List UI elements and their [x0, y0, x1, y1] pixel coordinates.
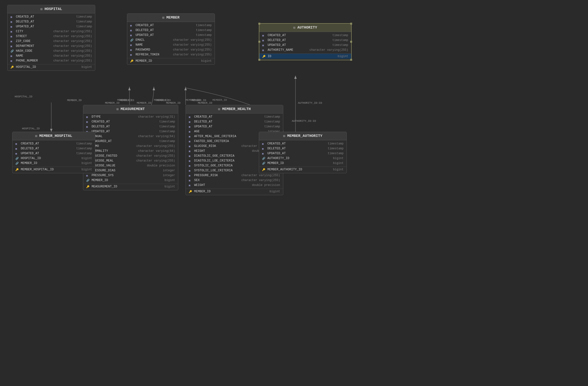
- field-type: timestamp: [264, 120, 280, 123]
- field-type: timestamp: [196, 33, 212, 37]
- col-icon: ▣: [262, 44, 266, 47]
- table-row: ▣ NAME character varying(255): [127, 42, 215, 47]
- col-icon: ▣: [10, 20, 14, 23]
- pk-icon: 🔑: [262, 168, 266, 171]
- measurement-table-body: ▣ DTYPE character varying(31) ▣ CREATED_…: [83, 114, 178, 190]
- col-icon: ▣: [130, 43, 134, 47]
- field-type: bigint: [82, 168, 92, 171]
- rel-label-hospital-id: HOSPITAL_ID: [15, 95, 32, 98]
- table-row: ▣ CREATED_AT timestamp: [12, 141, 95, 146]
- table-row: ▣ DELETED_AT timestamp: [83, 124, 178, 129]
- col-icon: ▣: [189, 174, 193, 177]
- field-type: bigint: [338, 55, 348, 58]
- field-name: HOSPITAL_ID: [21, 157, 80, 160]
- field-type: timestamp: [196, 24, 212, 27]
- table-row: ▣ PRESSURE_RISK character varying(255): [186, 173, 283, 178]
- table-row: ▣ MEASURED_AT timestamp: [83, 139, 178, 144]
- field-type: character varying(255): [173, 48, 212, 52]
- field-name: MEMBER_HOSPITAL_ID: [21, 168, 80, 171]
- table-row: 🔑 MEASUREMENT_ID bigint: [83, 184, 178, 189]
- col-icon: ▣: [15, 147, 19, 150]
- col-icon: ▣: [130, 53, 134, 56]
- table-row: ▣ CREATED_AT timestamp: [186, 115, 283, 119]
- field-type: character varying(64): [138, 149, 175, 153]
- member-authority-table-body: ▣ CREATED_AT timestamp ▣ DELETED_AT time…: [259, 140, 346, 173]
- table-row: ▣ GLUCOSE_MEAL character varying(255): [83, 158, 178, 163]
- table-row: ▣ PASSWORD character varying(255): [127, 47, 215, 52]
- field-type: bigint: [201, 59, 212, 63]
- col-icon: ▣: [189, 120, 193, 123]
- field-name: NORMALITY: [92, 149, 137, 153]
- col-icon: ▣: [86, 174, 90, 177]
- field-name: GLUCOSE_MEAL: [92, 159, 135, 162]
- measurement-table: ⊞ MEASUREMENT ▣ DTYPE character varying(…: [83, 105, 178, 190]
- field-name: DIASTOLIC_LOE_CRITERIA: [194, 159, 266, 162]
- field-name: MEASURED_AT: [92, 139, 158, 143]
- field-type: character varying(255): [310, 48, 348, 52]
- field-type: character varying(255): [136, 144, 175, 148]
- field-type: timestamp: [76, 147, 92, 150]
- col-icon: ▣: [86, 125, 90, 128]
- svg-marker-5: [128, 87, 131, 90]
- fk-icon: 🔗: [130, 39, 134, 42]
- table-row: ▣ UPDATED_AT timestamp: [83, 129, 178, 134]
- col-icon: ▣: [130, 29, 134, 32]
- field-name: DELETED_AT: [268, 39, 331, 42]
- member-hospital-table-header: ⊞ MEMBER_HOSPITAL: [12, 132, 95, 140]
- table-row: 🔗 AUTHORITY_ID bigint: [259, 156, 346, 161]
- field-type: timestamp: [76, 20, 92, 23]
- field-type: timestamp: [264, 125, 280, 128]
- field-type: character varying(255): [53, 35, 92, 38]
- authority-table-title: AUTHORITY: [297, 26, 317, 30]
- field-type: integer: [163, 174, 175, 177]
- table-row: ▣ UPDATED_AT timestamp: [12, 151, 95, 156]
- member-authority-table-header: ⊞ MEMBER_AUTHORITY: [259, 132, 346, 140]
- field-name: DTYPE: [92, 115, 137, 118]
- table-row: 🔗 MEMBER_ID bigint: [12, 161, 95, 166]
- field-type: character varying(255): [136, 159, 175, 162]
- field-name: PRESSURE_RISK: [194, 174, 240, 177]
- field-type: integer: [163, 169, 175, 172]
- field-type: double precision: [147, 164, 175, 167]
- col-icon: ▣: [189, 150, 193, 153]
- field-name: MEASUREMENT_ID: [92, 185, 163, 188]
- field-name: UPDATED_AT: [267, 152, 326, 155]
- col-icon: ▣: [130, 24, 134, 27]
- fk-icon: 🔗: [262, 162, 266, 165]
- table-row: ▣ CITY character varying(255): [8, 29, 95, 34]
- table-row: 🔑 MEMBER_ID bigint: [127, 58, 215, 63]
- field-name: CREATED_AT: [136, 24, 194, 27]
- col-icon: ▣: [10, 54, 14, 58]
- field-type: bigint: [82, 157, 92, 160]
- field-name: MEMBER_ID: [194, 190, 268, 193]
- diagram-canvas: HOSPITAL_ID MEMBER_ID MEMBER_ID MEMBER_I…: [0, 0, 588, 386]
- measurement-grid-icon: ⊞: [116, 107, 118, 111]
- col-icon: ▣: [15, 152, 19, 155]
- field-name: DELETED_AT: [136, 29, 194, 32]
- col-icon: ▣: [189, 179, 193, 182]
- field-type: timestamp: [328, 142, 344, 145]
- authority-table-body: ▣ CREATED_AT timestamp ▣ DELETED_AT time…: [259, 32, 351, 60]
- table-row: 🔑 MEMBER_HOSPITAL_ID bigint: [12, 167, 95, 172]
- col-icon: ▣: [262, 152, 266, 155]
- field-name: CITY: [16, 30, 52, 33]
- field-name: STREET: [16, 35, 52, 38]
- field-type: character varying(255): [53, 44, 92, 48]
- table-row: ▣ AUTHORITY_NAME character varying(255): [259, 48, 351, 53]
- field-name: MEMBER_AUTHORITY_ID: [267, 168, 332, 171]
- col-icon: ▣: [262, 49, 266, 52]
- field-type: character varying(255): [53, 54, 92, 58]
- field-type: character varying(64): [138, 135, 175, 138]
- svg-text:HOSPITAL_ID: HOSPITAL_ID: [22, 127, 40, 130]
- field-type: bigint: [333, 157, 344, 160]
- table-row: ▣ DEPARTMENT character varying(255): [8, 44, 95, 49]
- svg-text:MEMBER_ID: MEMBER_ID: [198, 101, 212, 104]
- field-name: AUTHORITY_NAME: [268, 48, 308, 52]
- svg-marker-11: [294, 76, 297, 79]
- authority-table: ⊞ AUTHORITY ▣ CREATED_AT timestamp ▣ DEL…: [259, 23, 352, 60]
- pk-icon: 🔑: [130, 59, 134, 63]
- field-name: PRESSURE_SYS: [92, 174, 161, 177]
- table-row: ▣ DELETED_AT timestamp: [127, 28, 215, 33]
- col-icon: ▣: [262, 147, 266, 150]
- table-row: 🔑 HOSPITAL_ID bigint: [8, 64, 95, 70]
